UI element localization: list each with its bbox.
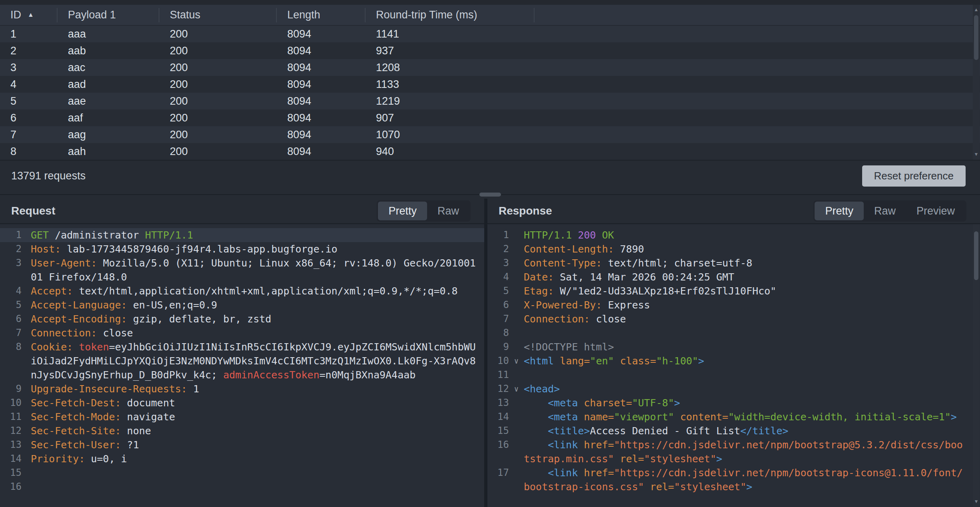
cell-length: 8094 [277, 26, 366, 42]
cell-status: 200 [159, 76, 277, 93]
line-number: 4 [0, 284, 22, 298]
editor-line[interactable]: 8Cookie: token=eyJhbGciOiJIUzI1NiIsInR5c… [0, 340, 484, 354]
editor-line[interactable]: 01 Firefox/148.0 [0, 270, 484, 284]
tab-pretty[interactable]: Pretty [815, 202, 864, 221]
editor-line[interactable]: 13Sec-Fetch-User: ?1 [0, 438, 484, 452]
line-number: 2 [0, 242, 22, 256]
editor-line[interactable]: bootstrap-icons.css" rel="stylesheet"> [487, 480, 980, 494]
response-scrollbar[interactable]: ▼ [973, 224, 980, 507]
table-row[interactable]: 3aac20080941208 [0, 59, 980, 76]
editor-line[interactable]: 3User-Agent: Mozilla/5.0 (X11; Ubuntu; L… [0, 256, 484, 270]
fold-gutter [22, 326, 31, 340]
line-number: 12 [0, 424, 22, 438]
editor-line[interactable]: 11 [487, 368, 980, 382]
response-view-tabs: PrettyRawPreview [813, 201, 966, 222]
tab-raw[interactable]: Raw [427, 202, 469, 221]
column-header-length[interactable]: Length [277, 8, 366, 22]
editor-line[interactable]: 8 [487, 326, 980, 340]
tab-preview[interactable]: Preview [906, 202, 965, 221]
editor-line[interactable]: 6Accept-Encoding: gzip, deflate, br, zst… [0, 312, 484, 326]
fold-gutter [509, 312, 524, 326]
fold-collapse-icon[interactable]: ∨ [509, 354, 524, 368]
editor-line[interactable]: 2Content-Length: 7890 [487, 242, 980, 256]
editor-line[interactable]: 15 [0, 466, 484, 480]
editor-line[interactable]: 12∨<head> [487, 382, 980, 396]
table-row[interactable]: 2aab2008094937 [0, 42, 980, 59]
code-text: <title>Access Denied - Gift List</title> [524, 424, 980, 438]
editor-line[interactable]: 16 [0, 480, 484, 494]
horizontal-splitter[interactable] [0, 191, 980, 199]
tab-raw[interactable]: Raw [864, 202, 906, 221]
editor-line[interactable]: 7Connection: close [487, 312, 980, 326]
code-text: Cookie: token=eyJhbGciOiJIUzI1NiIsInR5cC… [31, 340, 484, 354]
table-header: ID▲Payload 1StatusLengthRound-trip Time … [0, 5, 980, 26]
response-scrollbar-thumb[interactable] [974, 231, 978, 280]
editor-line[interactable]: 15 <title>Access Denied - Gift List</tit… [487, 424, 980, 438]
table-row[interactable]: 6aaf2008094907 [0, 109, 980, 126]
scroll-up-icon[interactable]: ▲ [973, 6, 980, 13]
editor-line[interactable]: 14Priority: u=0, i [0, 452, 484, 466]
editor-line[interactable]: 2Host: lab-1773445879460-jf94r4.labs-app… [0, 242, 484, 256]
editor-line[interactable]: 10∨<html lang="en" class="h-100"> [487, 354, 980, 368]
table-row[interactable]: 7aag20080941070 [0, 126, 980, 143]
table-scrollbar[interactable]: ▲ ▼ [973, 5, 980, 159]
editor-line[interactable]: 3Content-Type: text/html; charset=utf-8 [487, 256, 980, 270]
editor-line[interactable]: 7Connection: close [0, 326, 484, 340]
request-editor[interactable]: 1GET /administrator HTTP/1.12Host: lab-1… [0, 224, 484, 507]
table-row[interactable]: 5aae20080941219 [0, 93, 980, 109]
table-row[interactable]: 1aaa20080941141 [0, 26, 980, 42]
editor-line[interactable]: 16 <link href="https://cdn.jsdelivr.net/… [487, 438, 980, 452]
column-label: Payload 1 [68, 9, 116, 21]
fold-collapse-icon[interactable]: ∨ [509, 382, 524, 396]
editor-line[interactable]: iOiJad2FydHMiLCJpYXQiOjE3NzM0NDYwMDksImV… [0, 354, 484, 368]
editor-line[interactable]: 1HTTP/1.1 200 OK [487, 228, 980, 242]
editor-line[interactable]: 5Etag: W/"1ed2-Ud33ALXpz18+Erf02sTlJ10FH… [487, 284, 980, 298]
code-text: GET /administrator HTTP/1.1 [31, 228, 484, 242]
code-text: <!DOCTYPE html> [524, 340, 980, 354]
column-label: Round-trip Time (ms) [376, 9, 477, 21]
line-number: 3 [487, 256, 509, 270]
line-number: 5 [0, 298, 22, 312]
response-editor[interactable]: ▼ 1HTTP/1.1 200 OK2Content-Length: 78903… [487, 224, 980, 507]
line-number: 10 [0, 396, 22, 410]
table-row[interactable]: 4aad20080941133 [0, 76, 980, 93]
column-header-id[interactable]: ID▲ [0, 8, 58, 22]
scroll-down-icon[interactable]: ▼ [973, 151, 980, 158]
editor-line[interactable]: 11Sec-Fetch-Mode: navigate [0, 410, 484, 424]
editor-line[interactable]: 6X-Powered-By: Express [487, 298, 980, 312]
editor-line[interactable]: 4Accept: text/html,application/xhtml+xml… [0, 284, 484, 298]
editor-line[interactable]: 5Accept-Language: en-US,en;q=0.9 [0, 298, 484, 312]
fold-gutter [509, 326, 524, 340]
table-scrollbar-thumb[interactable] [974, 15, 978, 60]
fold-gutter [509, 270, 524, 284]
line-number: 8 [487, 326, 509, 340]
scroll-down-icon[interactable]: ▼ [973, 498, 980, 505]
editor-line[interactable]: tstrap.min.css" rel="stylesheet"> [487, 452, 980, 466]
editor-line[interactable]: nJysDCvJgSnyErhup_D_B0dPkv_k4c; adminAcc… [0, 368, 484, 382]
editor-line[interactable]: 14 <meta name="viewport" content="width=… [487, 410, 980, 424]
editor-line[interactable]: 4Date: Sat, 14 Mar 2026 00:24:25 GMT [487, 270, 980, 284]
table-row[interactable]: 8aah2008094940 [0, 143, 980, 160]
editor-line[interactable]: 10Sec-Fetch-Dest: document [0, 396, 484, 410]
splitter-handle[interactable] [479, 193, 501, 197]
column-header-status[interactable]: Status [159, 8, 277, 22]
editor-line[interactable]: 9<!DOCTYPE html> [487, 340, 980, 354]
line-number: 11 [0, 410, 22, 424]
line-number: 1 [487, 228, 509, 242]
editor-line[interactable]: 13 <meta charset="UTF-8"> [487, 396, 980, 410]
fold-gutter [509, 424, 524, 438]
cell-filler [535, 59, 980, 76]
editor-line[interactable]: 9Upgrade-Insecure-Requests: 1 [0, 382, 484, 396]
vertical-panel-divider[interactable] [484, 199, 487, 507]
column-header-round-trip-time-ms[interactable]: Round-trip Time (ms) [366, 8, 535, 22]
cell-filler [535, 93, 980, 109]
column-header-payload-1[interactable]: Payload 1 [58, 8, 159, 22]
editor-line[interactable]: 1GET /administrator HTTP/1.1 [0, 228, 484, 242]
code-text: Sec-Fetch-Dest: document [31, 396, 484, 410]
fold-gutter [22, 438, 31, 452]
line-number: 16 [0, 480, 22, 494]
reset-preference-button[interactable]: Reset preference [862, 165, 966, 187]
editor-line[interactable]: 12Sec-Fetch-Site: none [0, 424, 484, 438]
editor-line[interactable]: 17 <link href="https://cdn.jsdelivr.net/… [487, 466, 980, 480]
tab-pretty[interactable]: Pretty [378, 202, 427, 221]
